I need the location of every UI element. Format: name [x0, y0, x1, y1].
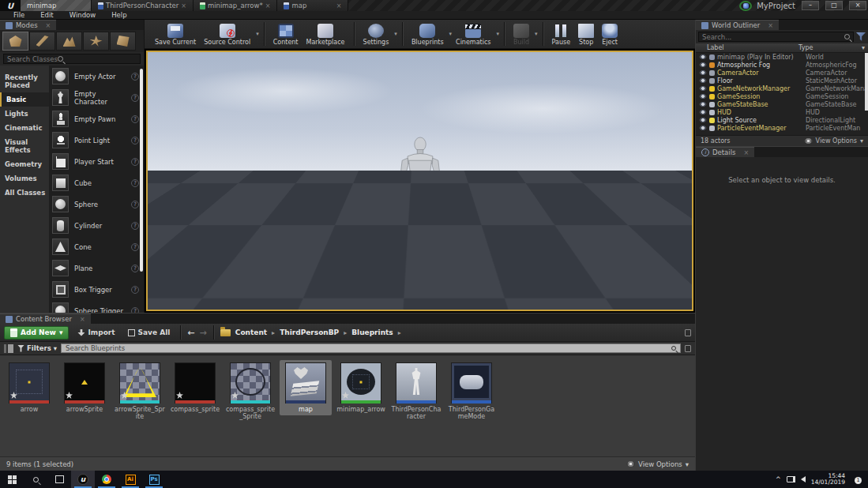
taskbar-unreal-app[interactable]: u [71, 471, 95, 488]
place-item-point-light[interactable]: Point Light? [52, 130, 144, 151]
modes-tab[interactable]: Modes × [0, 20, 56, 30]
outliner-row[interactable]: minimap (Play In Editor)World [696, 53, 868, 61]
search-blueprints-input[interactable]: Search Blueprints [61, 343, 681, 353]
category-visual-effects[interactable]: Visual Effects [0, 135, 49, 157]
category-geometry[interactable]: Geometry [0, 157, 49, 171]
save-all-button[interactable]: Save All [124, 328, 175, 336]
tab-map[interactable]: map × [277, 0, 348, 11]
content-button[interactable]: Content [269, 23, 302, 47]
level-viewport[interactable] [145, 49, 695, 313]
content-browser-tab[interactable]: Content Browser × [0, 313, 91, 324]
mode-paint-button[interactable] [29, 32, 55, 51]
asset-compass-sprite[interactable]: compass_sprite [169, 360, 221, 415]
outliner-view-options-button[interactable]: View Options ▾ [804, 137, 863, 145]
help-icon[interactable]: ? [131, 201, 139, 208]
chevron-down-icon[interactable]: ▾ [496, 31, 499, 37]
settings-button[interactable]: Settings [359, 23, 393, 47]
place-item-empty-pawn[interactable]: Empty Pawn? [52, 108, 144, 130]
close-button[interactable]: × [849, 1, 866, 10]
place-item-empty-actor[interactable]: Empty Actor? [52, 66, 144, 87]
help-icon[interactable]: ? [131, 307, 139, 313]
pause-button[interactable]: Pause [548, 23, 575, 47]
place-item-box-trigger[interactable]: Box Trigger? [52, 279, 144, 300]
taskbar-illustrator-app[interactable]: Ai [118, 471, 142, 488]
place-item-plane[interactable]: Plane? [52, 257, 144, 279]
asset-map[interactable]: map [280, 360, 332, 415]
visibility-eye-icon[interactable] [699, 110, 707, 114]
mode-geometry-button[interactable] [110, 32, 136, 51]
tab-minimap[interactable]: minimap [21, 0, 92, 11]
mode-place-button[interactable] [2, 32, 28, 51]
outliner-row[interactable]: Light SourceDirectionalLight [696, 116, 868, 124]
taskbar-chrome-app[interactable] [95, 471, 118, 488]
add-new-button[interactable]: Add New ▾ [4, 326, 69, 340]
visibility-eye-icon[interactable] [699, 126, 707, 130]
minimize-button[interactable]: – [802, 1, 819, 10]
category-all-classes[interactable]: All Classes [0, 186, 49, 200]
search-classes-input[interactable]: Search Classes [3, 54, 141, 64]
tray-expand-chevron[interactable]: ^ [776, 476, 781, 483]
save-current-button[interactable]: Save Current [151, 23, 200, 47]
marketplace-button[interactable]: Marketplace [302, 23, 349, 47]
tab-thirdpersoncharacter[interactable]: ThirdPersonCharacter × [92, 0, 194, 11]
back-arrow-button[interactable]: ← [187, 328, 194, 338]
asset-minimap-arrow[interactable]: minimap_arrow [335, 360, 387, 415]
viewport-render[interactable] [146, 51, 693, 311]
details-tab[interactable]: i Details × [696, 147, 754, 157]
category-basic[interactable]: Basic [0, 92, 49, 107]
chevron-down-icon[interactable]: ▾ [394, 31, 397, 37]
visibility-eye-icon[interactable] [699, 86, 707, 91]
place-item-sphere-trigger[interactable]: Sphere Trigger? [52, 300, 144, 313]
outliner-filter-icon[interactable] [856, 32, 866, 41]
cb-view-options-button[interactable]: View Options ▾ [626, 460, 689, 468]
help-icon[interactable]: ? [131, 265, 139, 272]
outliner-row[interactable]: GameNetworkManagerGameNetworkManager [696, 84, 868, 92]
outliner-search-input[interactable]: Search... [698, 32, 854, 42]
visibility-eye-icon[interactable] [699, 102, 707, 107]
outliner-row[interactable]: CameraActorCameraActor [696, 69, 868, 77]
start-button[interactable] [0, 471, 24, 488]
place-item-empty-character[interactable]: Empty Character? [52, 87, 144, 108]
outliner-row[interactable]: GameSessionGameSession [696, 92, 868, 100]
place-item-player-start[interactable]: Player Start? [52, 151, 144, 172]
outliner-row[interactable]: GameStateBaseGameStateBase [696, 100, 868, 108]
category-volumes[interactable]: Volumes [0, 171, 49, 186]
import-button[interactable]: Import [73, 328, 118, 336]
asset-arrowsprite[interactable]: arrowSprite [58, 360, 111, 415]
help-icon[interactable]: ? [131, 158, 139, 166]
taskbar-search-button[interactable] [24, 471, 47, 488]
taskbar-clock[interactable]: 15:44 14/01/2019 [811, 473, 845, 486]
visibility-eye-icon[interactable] [699, 78, 707, 83]
feedback-icon[interactable] [743, 3, 749, 9]
asset-thirdpersongamemode[interactable]: ThirdPersonGameMode [445, 360, 498, 422]
eject-button[interactable]: Eject [598, 23, 622, 47]
visibility-eye-icon[interactable] [699, 118, 707, 122]
close-panel-icon[interactable]: × [46, 22, 51, 29]
task-view-button[interactable] [47, 471, 71, 488]
visibility-eye-icon[interactable] [699, 62, 707, 67]
chevron-down-icon[interactable]: ▾ [862, 44, 865, 51]
visibility-eye-icon[interactable] [699, 70, 707, 75]
place-item-cube[interactable]: Cube? [52, 172, 144, 193]
category-recently-placed[interactable]: Recently Placed [0, 70, 49, 92]
help-icon[interactable]: ? [131, 222, 139, 230]
help-icon[interactable]: ? [131, 94, 139, 102]
mode-foliage-button[interactable] [83, 32, 109, 51]
restore-button[interactable]: □ [825, 1, 843, 10]
speaker-icon[interactable] [801, 476, 806, 482]
close-tab-icon[interactable]: × [265, 2, 271, 9]
help-icon[interactable]: ? [131, 286, 139, 294]
help-icon[interactable]: ? [131, 243, 139, 251]
asset-arrow[interactable]: arrow [3, 360, 55, 415]
visibility-eye-icon[interactable] [699, 54, 707, 59]
asset-compass-sprite-sprite[interactable]: compass_sprite_Sprite [224, 360, 276, 422]
chevron-down-icon[interactable]: ▾ [256, 31, 259, 37]
menu-edit[interactable]: Edit [33, 11, 60, 19]
breadcrumb-thirdpersonbp[interactable]: ThirdPersonBP [280, 328, 339, 336]
forward-arrow-button[interactable]: → [200, 328, 207, 338]
taskbar-photoshop-app[interactable]: Ps [142, 471, 166, 488]
help-icon[interactable]: ? [131, 115, 139, 123]
scrollbar[interactable] [865, 53, 868, 111]
scrollbar[interactable] [140, 69, 143, 272]
menu-window[interactable]: Window [62, 11, 103, 19]
